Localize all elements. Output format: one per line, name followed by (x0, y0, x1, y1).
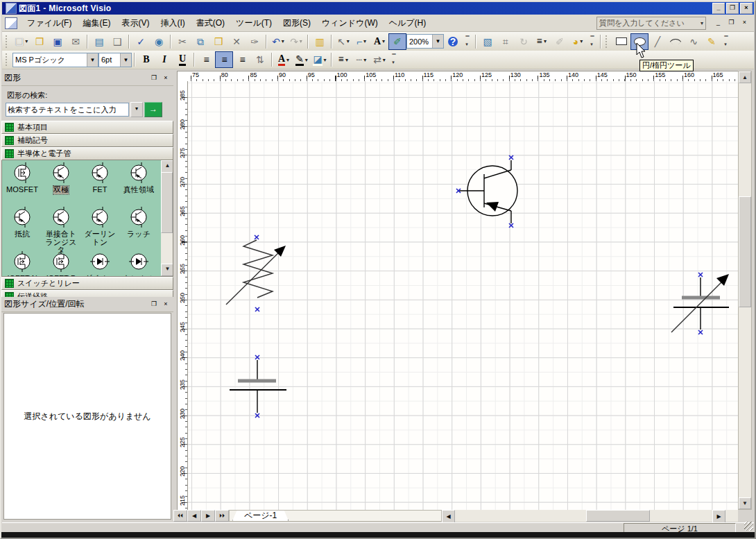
menu-item-ウィンドウW[interactable]: ウィンドウ(W) (316, 15, 384, 31)
pnp-transistor-shape[interactable] (459, 160, 517, 223)
panel-float-button[interactable]: ❐ (149, 300, 159, 309)
first-page-button[interactable]: ⏴⏴ (173, 510, 187, 522)
stencil-shape-双極[interactable]: 双極 (42, 162, 80, 205)
stencil-section-補助記号[interactable]: 補助記号 (1, 134, 173, 147)
close-button[interactable]: × (740, 3, 753, 14)
rectangle-tool-button[interactable] (612, 33, 630, 50)
search-go-button[interactable]: → (144, 102, 162, 117)
align-left-button[interactable]: ≡ (197, 51, 215, 68)
save-button[interactable]: ▣ (49, 33, 67, 50)
menu-item-ファイルF[interactable]: ファイル(F) (22, 15, 77, 31)
stencil-shape-IGFET P[interactable]: IGFET P (42, 250, 80, 277)
new-button[interactable]: ❏▾ (12, 33, 31, 50)
crop-button[interactable]: ⌗ (497, 33, 515, 50)
copy-button[interactable]: ⧉ (191, 33, 209, 50)
research-button[interactable]: ◉ (150, 33, 168, 50)
text-tool-button[interactable]: A▾ (370, 33, 388, 50)
print-preview-button[interactable]: ❑ (108, 33, 126, 50)
shapes-window-button[interactable]: ▥ (311, 33, 329, 50)
restore-button[interactable]: ❐ (726, 3, 739, 14)
format-painter-button[interactable]: ✑ (246, 33, 264, 50)
italic-button[interactable]: I (155, 51, 173, 68)
shape-search-input[interactable] (6, 103, 129, 117)
scroll-up-icon[interactable]: ▲ (739, 71, 751, 83)
search-dropdown-button[interactable]: ▾ (130, 102, 143, 117)
capacitor-shape[interactable] (230, 360, 286, 413)
next-page-button[interactable]: ▶ (201, 510, 215, 522)
connector-tool-button[interactable]: ⌐▾ (352, 33, 370, 50)
print-button[interactable]: ▤ (90, 33, 108, 50)
panel-close-button[interactable]: × (161, 74, 171, 83)
email-button[interactable]: ✉ (67, 33, 85, 50)
stencil-shape-抵抗[interactable]: 抵抗 (3, 206, 41, 249)
font-size-combo[interactable]: 6pt▼ (98, 53, 132, 67)
stencil-shape-トンネル[interactable]: トンネル (120, 250, 157, 277)
menu-item-図形S[interactable]: 図形(S) (277, 15, 316, 31)
scroll-up-icon[interactable]: ▲ (161, 160, 173, 173)
menu-item-書式O[interactable]: 書式(O) (191, 15, 230, 31)
chevron-down-icon[interactable]: ▼ (432, 35, 443, 48)
menu-item-ツールT[interactable]: ツール(T) (230, 15, 277, 31)
stencil-shape-MOSFET[interactable]: MOSFET (3, 162, 41, 205)
horizontal-scroll-thumb[interactable] (586, 510, 650, 522)
stencil-shape-ダイオード[interactable]: ダイオード (81, 250, 119, 277)
menu-item-ヘルプH[interactable]: ヘルプ(H) (384, 15, 432, 31)
shape-style-button[interactable]: ◕▾ (569, 33, 587, 50)
last-page-button[interactable]: ⏵⏵ (215, 510, 229, 522)
toolbar-options-standard[interactable]: ▔▾ (463, 35, 472, 49)
stencil-scroll-thumb[interactable] (161, 172, 173, 233)
vertical-scroll-thumb[interactable] (739, 196, 751, 307)
resize-grip[interactable] (744, 522, 753, 531)
spelling-button[interactable]: ✓ (132, 33, 150, 50)
menu-item-挿入I[interactable]: 挿入(I) (155, 15, 190, 31)
toolbar-options-picture[interactable]: ▔▾ (588, 35, 596, 49)
bold-button[interactable]: B (137, 51, 155, 68)
stencil-shape-IGFET N[interactable]: IGFET N (3, 250, 41, 277)
menu-item-表示V[interactable]: 表示(V) (116, 15, 155, 31)
doc-restore-button[interactable]: ❐ (726, 19, 737, 28)
zoom-combo[interactable]: 200%▼ (406, 34, 444, 49)
line-weight-format-button[interactable]: ≡▾ (334, 51, 352, 68)
stencil-section-半導体と電子管[interactable]: 半導体と電子管 (1, 147, 173, 160)
panel-close-button[interactable]: × (161, 300, 171, 309)
undo-button[interactable]: ↶▾ (269, 33, 287, 50)
toolbar-grip[interactable] (6, 53, 10, 66)
align-right-button[interactable]: ≡ (233, 51, 251, 68)
insert-picture-button[interactable]: ▧ (479, 33, 497, 50)
pointer-tool-button[interactable]: ↖▾ (334, 33, 352, 50)
menu-item-編集E[interactable]: 編集(E) (77, 15, 116, 31)
doc-minimize-button[interactable]: _ (713, 19, 723, 28)
page-tab[interactable]: ページ-1 (232, 511, 289, 521)
paste-button[interactable]: ❒ (209, 33, 227, 50)
shapes-panel-titlebar[interactable]: 図形 ❐ × (1, 71, 173, 86)
scroll-right-icon[interactable]: ▶ (712, 510, 725, 523)
vertical-scrollbar[interactable]: ▲ ▼ (738, 71, 752, 510)
help-button[interactable]: ? (444, 33, 462, 50)
stencil-section-スイッチとリレー[interactable]: スイッチとリレー (1, 277, 173, 290)
redo-button[interactable]: ↷▾ (287, 33, 305, 50)
font-color-button[interactable]: A▾ (275, 51, 293, 68)
toolbar-grip[interactable] (605, 35, 610, 48)
doc-close-button[interactable]: × (739, 19, 750, 28)
drawing-tool-button[interactable]: ✐ (388, 33, 406, 50)
fill-color-button[interactable]: ◪▾ (311, 51, 329, 68)
stencil-shape-FET[interactable]: FET (81, 162, 119, 205)
horizontal-scroll-track[interactable]: ◀ ▶ (442, 510, 738, 522)
underline-button[interactable]: U (173, 51, 191, 68)
stencil-scrollbar[interactable]: ▲ ▼ (161, 160, 173, 276)
scroll-down-icon[interactable]: ▼ (161, 264, 173, 276)
arc-tool-button[interactable] (667, 33, 685, 50)
cut-button[interactable]: ✂ (173, 33, 191, 50)
open-button[interactable]: ❐ (31, 33, 49, 50)
chevron-down-icon[interactable]: ▼ (87, 53, 98, 67)
prev-page-button[interactable]: ◀ (187, 510, 201, 522)
size-panel-titlebar[interactable]: 図形サイズ/位置/回転 ❐ × (1, 297, 173, 312)
line-tool-button[interactable]: ╱ (648, 33, 667, 50)
stencil-shape-ダーリントン[interactable]: ダーリントン (81, 206, 119, 249)
brush-button[interactable]: ✐ (551, 33, 569, 50)
line-ends-button[interactable]: ⇄▾ (370, 51, 388, 68)
question-input[interactable]: 質問を入力してください ▾ (596, 17, 706, 30)
toolbar-options-format[interactable]: ▔▾ (390, 53, 398, 67)
stencil-shape-単接合トランジスタ[interactable]: 単接合トランジスタ (42, 206, 80, 249)
toolbar-grip[interactable] (6, 35, 10, 48)
